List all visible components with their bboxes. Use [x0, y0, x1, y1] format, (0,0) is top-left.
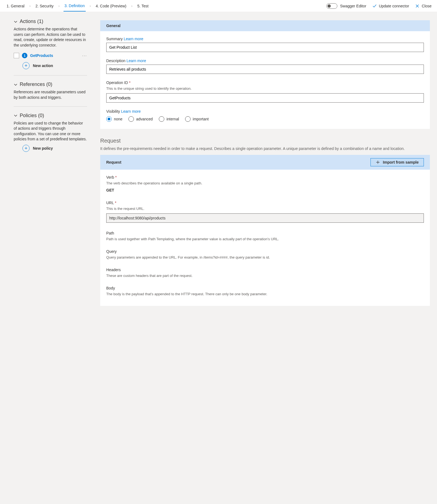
new-action-button[interactable]: + New action [22, 62, 87, 69]
request-title: Request [100, 138, 430, 144]
description-learn-link[interactable]: Learn more [127, 59, 146, 63]
actions-desc: Actions determine the operations that us… [14, 27, 87, 48]
step-code[interactable]: 4. Code (Preview) [94, 4, 127, 8]
general-header: General [100, 20, 430, 31]
close-button[interactable]: Close [415, 4, 432, 8]
query-help: Query parameters are appended to the URL… [106, 255, 424, 259]
description-input[interactable] [106, 65, 424, 74]
verb-value: GET [106, 188, 424, 192]
import-sample-button[interactable]: Import from sample [370, 158, 424, 166]
opid-label: Operation ID [106, 80, 128, 85]
visibility-learn-link[interactable]: Learn more [121, 109, 141, 114]
path-help: Path is used together with Path Templati… [106, 237, 424, 241]
policies-header[interactable]: Policies (0) [14, 113, 87, 118]
headers-label: Headers [106, 268, 424, 272]
visibility-label: Visibility [106, 109, 120, 114]
step-test[interactable]: 5. Test [136, 4, 150, 8]
policies-desc: Policies are used to change the behavior… [14, 121, 87, 142]
plus-icon: + [22, 145, 30, 152]
summary-learn-link[interactable]: Learn more [124, 37, 143, 41]
sidebar: Actions (1) Actions determine the operat… [0, 12, 95, 331]
divider [14, 106, 87, 107]
update-connector-button[interactable]: Update connector [372, 4, 409, 8]
general-panel: General Summary Learn more Description L… [100, 20, 430, 129]
action-badge: 1 [22, 53, 27, 58]
close-icon [415, 4, 419, 8]
request-header: Request Import from sample [100, 155, 430, 170]
visibility-advanced[interactable]: advanced [128, 116, 153, 122]
chevron-right-icon: › [57, 4, 61, 8]
description-label: Description [106, 59, 125, 63]
chevron-right-icon: › [88, 4, 92, 8]
swagger-label: Swagger Editor [340, 4, 366, 8]
chevron-down-icon [14, 114, 18, 117]
plus-icon [376, 160, 380, 164]
plus-icon: + [22, 62, 30, 69]
visibility-none[interactable]: none [106, 116, 122, 122]
action-item[interactable]: 1 GetProducts ··· [14, 52, 87, 59]
main-content: General Summary Learn more Description L… [95, 12, 437, 331]
step-general[interactable]: 1. General [5, 4, 25, 8]
chevron-down-icon [14, 20, 18, 24]
path-label: Path [106, 231, 424, 235]
references-header[interactable]: References (0) [14, 82, 87, 87]
url-help: This is the request URL. [106, 207, 424, 211]
chevron-right-icon: › [28, 4, 32, 8]
body-help: The body is the payload that's appended … [106, 292, 424, 296]
url-input[interactable] [106, 213, 424, 223]
request-desc: It defines the pre-requirements needed i… [100, 146, 430, 152]
body-label: Body [106, 286, 424, 290]
references-desc: References are reusable parameters used … [14, 89, 87, 100]
visibility-radios: none advanced internal important [106, 116, 424, 122]
summary-label: Summary [106, 37, 123, 41]
check-icon [372, 4, 377, 8]
action-name[interactable]: GetProducts [30, 53, 79, 58]
request-panel: Request Import from sample Verb * The ve… [100, 155, 430, 306]
verb-label: Verb [106, 175, 114, 179]
summary-input[interactable] [106, 43, 424, 52]
wizard-steps: 1. General › 2. Security › 3. Definition… [5, 1, 150, 11]
action-more-icon[interactable]: ··· [82, 53, 87, 58]
query-label: Query [106, 249, 424, 254]
step-security[interactable]: 2. Security [34, 4, 54, 8]
opid-help: This is the unique string used to identi… [106, 86, 424, 91]
swagger-toggle[interactable] [326, 3, 337, 9]
new-policy-button[interactable]: + New policy [22, 145, 87, 152]
opid-input[interactable] [106, 93, 424, 103]
divider [14, 75, 87, 76]
actions-header[interactable]: Actions (1) [14, 19, 87, 24]
action-checkbox[interactable] [14, 53, 19, 58]
visibility-important[interactable]: important [185, 116, 209, 122]
url-label: URL [106, 201, 114, 205]
visibility-internal[interactable]: internal [159, 116, 179, 122]
step-definition[interactable]: 3. Definition [64, 1, 86, 11]
headers-help: These are custom headers that are part o… [106, 274, 424, 278]
chevron-down-icon [14, 83, 18, 86]
chevron-right-icon: › [130, 4, 134, 8]
verb-help: The verb describes the operations availa… [106, 181, 424, 185]
top-bar: 1. General › 2. Security › 3. Definition… [0, 0, 437, 12]
